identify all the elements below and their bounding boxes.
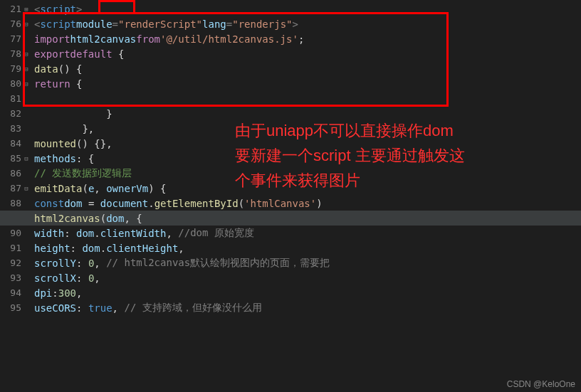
code-line[interactable]: <script> — [34, 1, 581, 16]
line-number: 87⊟ — [0, 181, 31, 196]
code-line[interactable]: height: dom.clientHeight, — [34, 240, 581, 255]
fold-icon[interactable]: ⊟ — [23, 185, 30, 192]
line-number: 79⊟ — [0, 61, 31, 76]
code-editor: 21⊞76⊟7778⊟79⊟80⊟8182838485⊟8687⊟8889⊟90… — [0, 0, 581, 392]
code-line[interactable]: <script module="renderScript" lang="rend… — [34, 16, 581, 31]
line-number: 21⊞ — [0, 1, 31, 16]
line-number: 91 — [0, 240, 31, 255]
line-number: 80⊟ — [0, 76, 31, 91]
annotation-line2: 要新建一个script 主要通过触发这 — [235, 143, 465, 168]
line-number: 94 — [0, 285, 31, 300]
code-line[interactable]: html2canvas(dom, { — [34, 211, 581, 226]
code-line[interactable]: width: dom.clientWidth, //dom 原始宽度 — [34, 226, 581, 240]
fold-icon[interactable]: ⊟ — [23, 80, 30, 88]
fold-icon[interactable]: ⊞ — [23, 6, 30, 13]
line-number: 84 — [0, 136, 31, 151]
line-number: 92 — [0, 255, 31, 270]
code-line[interactable]: scrollY: 0, // html2canvas默认绘制视图内的页面，需要把 — [34, 255, 581, 270]
annotation-line3: 个事件来获得图片 — [235, 168, 465, 193]
line-number: 88 — [0, 196, 31, 211]
fold-icon[interactable]: ⊟ — [23, 155, 30, 162]
code-line[interactable] — [34, 91, 581, 106]
line-number: 78⊟ — [0, 46, 31, 61]
fold-icon[interactable]: ⊟ — [23, 21, 30, 28]
code-line[interactable]: export default { — [34, 46, 581, 61]
line-number: 81 — [0, 91, 31, 106]
line-number: 76⊟ — [0, 16, 31, 31]
line-number-gutter: 21⊞76⊟7778⊟79⊟80⊟8182838485⊟8687⊟8889⊟90… — [0, 0, 31, 392]
line-number: 86 — [0, 166, 31, 181]
code-line[interactable]: return { — [34, 76, 581, 91]
fold-icon[interactable]: ⊟ — [23, 65, 30, 73]
annotation-text: 由于uniapp不可以直接操作dom 要新建一个script 主要通过触发这 个… — [235, 118, 465, 194]
line-number: 82 — [0, 106, 31, 121]
code-line[interactable]: data() { — [34, 61, 581, 76]
code-line[interactable]: import html2canvas from '@/util/html2can… — [34, 31, 581, 46]
line-number: 85⊟ — [0, 151, 31, 166]
line-number: 90 — [0, 226, 31, 240]
line-number: 83 — [0, 121, 31, 136]
annotation-line1: 由于uniapp不可以直接操作dom — [235, 118, 465, 143]
code-line[interactable]: dpi:300, — [34, 285, 581, 300]
line-number: 93 — [0, 270, 31, 285]
code-line[interactable]: scrollX: 0, — [34, 270, 581, 285]
code-line[interactable]: useCORS: true, // 支持跨域，但好像没什么用 — [34, 300, 581, 315]
line-number: 77 — [0, 31, 31, 46]
line-number: 95 — [0, 300, 31, 315]
code-area[interactable]: <script><script module="renderScript" la… — [31, 0, 581, 392]
watermark: CSDN @KeloOne — [507, 379, 575, 389]
fold-icon[interactable]: ⊟ — [23, 51, 30, 58]
code-line[interactable]: const dom = document.getElementById('htm… — [34, 196, 581, 211]
